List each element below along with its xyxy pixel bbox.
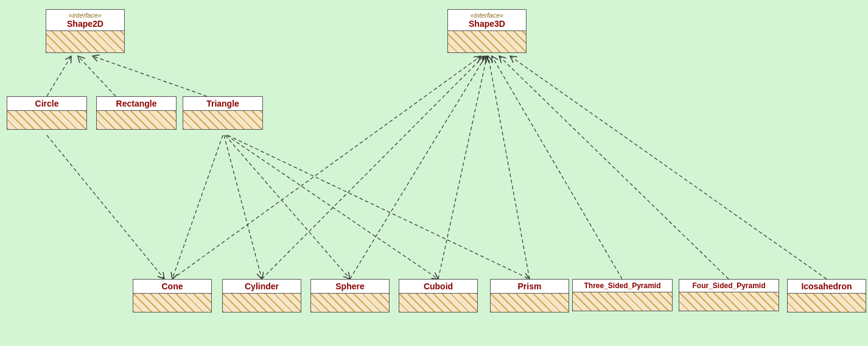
svg-line-3 [172, 56, 481, 279]
shape2d-body [46, 31, 124, 52]
circle-box[interactable]: Circle [7, 96, 87, 130]
shape3d-classname: Shape3D [452, 19, 522, 29]
svg-line-0 [47, 56, 71, 96]
cone-body [133, 294, 211, 312]
triangle-box[interactable]: Triangle [183, 96, 263, 130]
cone-classname: Cone [137, 281, 208, 291]
cuboid-header: Cuboid [399, 280, 477, 294]
prism-box[interactable]: Prism [490, 279, 569, 312]
icosahedron-box[interactable]: Icosahedron [787, 279, 866, 312]
svg-line-9 [499, 56, 729, 279]
cuboid-box[interactable]: Cuboid [399, 279, 478, 312]
circle-header: Circle [7, 97, 86, 111]
rectangle-header: Rectangle [97, 97, 176, 111]
svg-line-8 [492, 56, 622, 279]
rectangle-body [97, 111, 176, 129]
cylinder-box[interactable]: Cylinder [222, 279, 301, 312]
shape3d-body [448, 31, 526, 52]
sphere-classname: Sphere [315, 281, 385, 291]
rectangle-classname: Rectangle [100, 99, 172, 108]
three-sided-pyramid-header: Three_Sided_Pyramid [573, 280, 672, 292]
icosahedron-header: Icosahedron [788, 280, 866, 294]
svg-line-7 [488, 56, 530, 279]
sphere-box[interactable]: Sphere [310, 279, 390, 312]
three-sided-pyramid-box[interactable]: Three_Sided_Pyramid [572, 279, 673, 311]
shape2d-classname: Shape2D [50, 19, 121, 29]
cone-box[interactable]: Cone [133, 279, 212, 312]
svg-line-10 [510, 56, 827, 279]
circle-classname: Circle [11, 99, 83, 108]
rectangle-box[interactable]: Rectangle [96, 96, 177, 130]
svg-line-11 [172, 135, 223, 279]
triangle-header: Triangle [183, 97, 262, 111]
shape2d-stereotype: «interface» [50, 12, 121, 19]
shape3d-box[interactable]: «interface» Shape3D [447, 9, 527, 53]
triangle-body [183, 111, 262, 129]
svg-line-5 [350, 56, 486, 279]
shape2d-header: «interface» Shape2D [46, 10, 124, 31]
svg-line-13 [225, 135, 350, 279]
prism-header: Prism [491, 280, 569, 294]
four-sided-pyramid-box[interactable]: Four_Sided_Pyramid [679, 279, 779, 311]
triangle-classname: Triangle [187, 99, 259, 108]
sphere-body [311, 294, 389, 312]
cuboid-body [399, 294, 477, 312]
svg-line-6 [438, 56, 487, 279]
svg-line-4 [262, 56, 484, 279]
shape2d-box[interactable]: «interface» Shape2D [46, 9, 125, 53]
svg-line-2 [93, 56, 207, 96]
three-sided-pyramid-body [573, 292, 672, 311]
shape3d-stereotype: «interface» [452, 12, 522, 19]
four-sided-pyramid-header: Four_Sided_Pyramid [679, 280, 779, 292]
cylinder-header: Cylinder [223, 280, 301, 294]
svg-line-14 [226, 135, 438, 279]
icosahedron-classname: Icosahedron [791, 281, 862, 291]
prism-classname: Prism [494, 281, 565, 291]
cylinder-classname: Cylinder [226, 281, 297, 291]
cone-header: Cone [133, 280, 211, 294]
icosahedron-body [788, 294, 866, 312]
shape3d-header: «interface» Shape3D [448, 10, 526, 31]
circle-body [7, 111, 86, 129]
prism-body [491, 294, 569, 312]
four-sided-pyramid-classname: Four_Sided_Pyramid [683, 281, 775, 290]
svg-line-12 [224, 135, 262, 279]
svg-line-15 [228, 135, 530, 279]
cuboid-classname: Cuboid [403, 281, 474, 291]
svg-line-16 [47, 135, 164, 279]
diagram-container: «interface» Shape2D «interface» Shape3D … [0, 0, 868, 346]
four-sided-pyramid-body [679, 292, 779, 311]
three-sided-pyramid-classname: Three_Sided_Pyramid [576, 281, 668, 290]
cylinder-body [223, 294, 301, 312]
sphere-header: Sphere [311, 280, 389, 294]
svg-line-1 [78, 56, 116, 96]
